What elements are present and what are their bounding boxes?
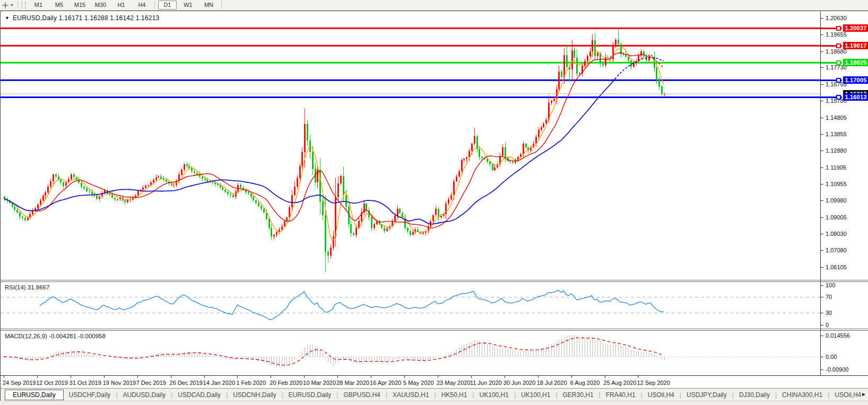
chart-subwindow: ▼ EURUSD,Daily 1.16171 1.16288 1.16142 1…	[0, 11, 868, 401]
price-tick-mark	[821, 217, 823, 218]
chart-tab-usdjpy-daily[interactable]: USDJPY,Daily	[681, 390, 732, 400]
chart-tab-china300-h1[interactable]: CHINA300,H1	[777, 390, 828, 400]
tab-scroll-left-icon[interactable]: ◄	[852, 391, 857, 397]
macd-signal-line	[4, 338, 664, 365]
date-label: 14 Jan 2020	[203, 380, 236, 386]
toolbar-grip-handle[interactable]	[21, 2, 26, 8]
timeframe-m5-button[interactable]: M5	[50, 1, 68, 10]
timeframe-m15-button[interactable]: M15	[71, 1, 89, 10]
rsi-axis[interactable]: 10070300	[821, 282, 868, 329]
date-tick-mark	[237, 376, 238, 378]
horizontal-line-objects[interactable]	[1, 28, 820, 97]
price-tick-mark	[821, 118, 823, 118]
timeframe-mn-button[interactable]: MN	[199, 1, 218, 10]
trading-platform-window: ▼ M1M5M15M30H1H4D1W1MN ▼ EURUSD,Daily 1.…	[0, 0, 868, 405]
date-tick-mark	[271, 376, 271, 378]
price-tick-mark	[821, 234, 823, 234]
date-label: 28 Mar 2020	[336, 380, 369, 386]
chart-tab-usdcad-daily[interactable]: USDCAD,Daily	[172, 390, 226, 400]
chart-tab-fra40-h1[interactable]: FRA40,H1	[601, 390, 641, 400]
date-label: 19 Nov 2019	[103, 380, 136, 386]
price-tick-mark	[821, 134, 823, 135]
chart-tab-uk100-h1[interactable]: UK100,H1	[516, 390, 555, 400]
date-label: 12 Sep 2020	[637, 380, 670, 386]
chart-cursor-icon	[2, 2, 9, 9]
price-tick-mark	[821, 250, 823, 251]
collapse-arrow-icon[interactable]: ▼	[5, 15, 10, 21]
symbol-ohlc-readout: EURUSD,Daily 1.16171 1.16288 1.16142 1.1…	[13, 14, 159, 22]
date-label: 25 Aug 2020	[604, 380, 637, 386]
date-label: 7 Dec 2019	[136, 380, 166, 386]
price-tick-mark	[821, 67, 823, 68]
timeframe-m30-button[interactable]: M30	[91, 1, 110, 10]
date-label: 16 Apr 2020	[370, 380, 401, 386]
price-tick-mark	[821, 200, 823, 201]
rsi-tick-mark	[821, 325, 823, 325]
date-axis[interactable]: 24 Sep 201912 Oct 201931 Oct 201919 Nov …	[1, 375, 868, 388]
chart-tab-hk50-h1[interactable]: HK50,H1	[436, 390, 473, 400]
chart-tab-eurusd-daily[interactable]: EURUSD,Daily	[283, 390, 337, 400]
tab-scroll-right-icon[interactable]: ►	[861, 391, 866, 397]
hline-drag-handle[interactable]	[836, 78, 841, 83]
chart-tab-uk100-h1[interactable]: UK100,H1	[474, 390, 514, 400]
date-tick-mark	[137, 376, 138, 378]
price-tick-label: 1.19655	[826, 31, 847, 38]
date-tick-mark	[171, 376, 171, 378]
chart-tab-usdchf-daily[interactable]: USDCHF,Daily	[64, 390, 116, 400]
date-label: 6 Aug 2020	[570, 380, 600, 386]
hline-drag-handle[interactable]	[836, 60, 841, 65]
macd-axis[interactable]: 0.0145560.00-0.00900	[821, 331, 868, 375]
date-label: 5 May 2020	[403, 380, 433, 386]
date-label: 1 Feb 2020	[236, 380, 266, 386]
timeframe-w1-button[interactable]: W1	[179, 1, 197, 10]
price-tick-mark	[821, 184, 823, 184]
chart-cursor-tool-button[interactable]: ▼	[0, 1, 15, 10]
date-label: 10 Mar 2020	[303, 380, 336, 386]
timeframe-m1-button[interactable]: M1	[29, 1, 48, 10]
rsi-tick-label: 30	[826, 310, 832, 316]
timeframe-d1-button[interactable]: D1	[158, 1, 177, 10]
date-tick-mark	[438, 376, 438, 378]
toolbar-separator	[18, 1, 18, 9]
chart-tab-audusd-daily[interactable]: AUDUSD,Daily	[118, 390, 171, 400]
hline-price-label: 1.17005	[843, 76, 868, 84]
date-tick-mark	[104, 376, 105, 378]
price-tick-mark	[821, 267, 823, 268]
status-strip	[0, 401, 868, 405]
chart-tab-usoil-h4[interactable]: USOil,H4	[643, 390, 680, 400]
date-tick-mark	[371, 376, 371, 378]
cursor-tool-dropdown-icon[interactable]: ▼	[10, 3, 14, 7]
macd-indicator-canvas[interactable]	[1, 331, 821, 375]
date-tick-mark	[505, 376, 505, 378]
price-axis[interactable]: 1.206301.196551.186801.177301.167551.157…	[821, 12, 868, 280]
date-tick-mark	[71, 376, 71, 378]
chart-tab-ger30-h1[interactable]: GER30,H1	[558, 390, 599, 400]
timeframe-h1-button[interactable]: H1	[112, 1, 131, 10]
hline-drag-handle[interactable]	[836, 95, 841, 100]
rsi-line	[40, 290, 664, 320]
date-tick-mark	[337, 376, 338, 378]
date-label: 23 May 2020	[437, 380, 471, 386]
rsi-indicator-canvas[interactable]	[1, 282, 821, 329]
main-price-chart-canvas[interactable]	[1, 12, 821, 280]
timeframe-h4-button[interactable]: H4	[133, 1, 151, 10]
chart-tab-xauusd-h1[interactable]: XAUUSD,H1	[387, 390, 435, 400]
price-tick-mark	[821, 151, 823, 151]
macd-tick-label: 0.014556	[826, 332, 850, 339]
date-label: 11 Jun 2020	[470, 380, 502, 386]
date-tick-mark	[404, 376, 405, 378]
rsi-tick-label: 70	[826, 294, 832, 300]
chart-tab-usdcnh-daily[interactable]: USDCNH,Daily	[228, 390, 281, 400]
macd-tick-mark	[821, 369, 823, 370]
macd-tick-label: 0.00	[826, 354, 837, 360]
price-tick-label: 1.20630	[826, 15, 847, 21]
chart-tab-gbpusd-h4[interactable]: GBPUSD,H4	[338, 390, 385, 400]
price-tick-label: 1.09980	[826, 197, 847, 204]
hline-drag-handle[interactable]	[836, 43, 841, 48]
price-tick-label: 1.08030	[826, 231, 847, 237]
hline-price-label: 1.20037	[843, 24, 868, 32]
hline-drag-handle[interactable]	[836, 26, 841, 31]
chart-tab-dj30-daily[interactable]: DJ30,Daily	[734, 390, 775, 400]
chart-tab-eurusd-daily[interactable]: EURUSD,Daily	[5, 390, 64, 400]
rsi-tick-label: 100	[826, 282, 835, 288]
